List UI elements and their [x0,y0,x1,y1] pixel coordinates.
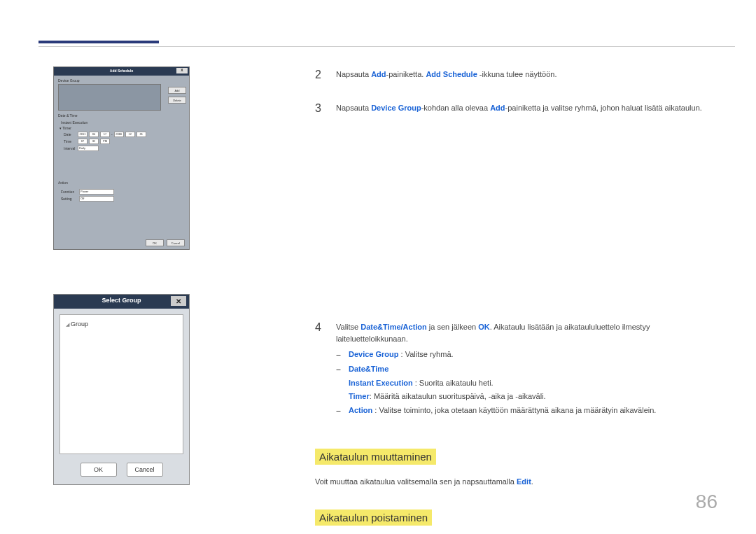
setting-select[interactable]: Off [79,196,114,202]
setting-row: Setting Off [58,196,189,202]
add-schedule-title: Add Schedule [110,69,133,73]
select-group-screenshot: Select Group ✕ Group OK Cancel [53,294,190,485]
list-sub-item: Instant Execution : Suorita aikataulu he… [349,377,718,389]
step-number: 4 [315,319,325,419]
function-row: Function Power [58,189,189,195]
date-d2[interactable]: 31 [136,132,146,137]
date-m1[interactable]: 04 [89,132,99,137]
close-button[interactable]: ✕ [171,296,186,306]
step-number: 3 [315,100,325,117]
timer-label: ▾ Timer [59,126,185,130]
step-number: 2 [315,66,325,83]
device-group-list [58,84,161,111]
list-sub-item: Timer: Määritä aikataulun suorituspäivä,… [349,391,718,402]
time-ampm[interactable]: PM [100,139,110,144]
date-time-label: Date & Time [54,111,189,120]
header-accent [38,41,159,43]
step-2: 2 Napsauta Add-painiketta. Add Schedule … [315,66,718,83]
close-button[interactable]: X [176,68,188,73]
delete-button[interactable]: Delete [168,97,186,104]
date-y2[interactable]: 2086 [114,132,124,137]
list-item: ‒Date&Time [336,363,718,375]
cancel-button[interactable]: Cancel [167,239,185,246]
ok-button[interactable]: OK [146,239,164,246]
step-3: 3 Napsauta Device Group-kohdan alla olev… [315,100,718,117]
add-schedule-titlebar: Add Schedule X [54,67,189,76]
modify-schedule-heading: Aikataulun muuttaminen [315,449,436,465]
interval-select[interactable]: Daily [78,146,99,151]
header-divider [38,46,735,47]
instructions-column: 2 Napsauta Add-painiketta. Add Schedule … [315,66,718,534]
time-row: Time 07 32 PM [64,139,185,144]
ok-button[interactable]: OK [80,463,117,477]
step-text: Valitse Date&Time/Action ja sen jälkeen … [336,319,718,419]
select-group-titlebar: Select Group ✕ [54,295,189,309]
group-tree: Group [59,314,183,454]
date-row: Date 2011 04 17 - 2086 12 31 [64,132,185,137]
time-m[interactable]: 32 [89,139,99,144]
group-tree-item[interactable]: Group [66,321,177,328]
delete-schedule-heading: Aikataulun poistaminen [315,510,432,526]
add-schedule-screenshot: Add Schedule X Device Group Add Delete D… [53,66,190,250]
step-4-sublist: ‒Device Group : Valitse ryhmä. ‒Date&Tim… [336,349,718,416]
action-label: Action [54,178,189,188]
time-h[interactable]: 07 [78,139,88,144]
list-item: ‒Device Group : Valitse ryhmä. [336,349,718,360]
add-button[interactable]: Add [168,87,186,94]
date-d1[interactable]: 17 [100,132,110,137]
date-m2[interactable]: 12 [125,132,135,137]
date-y1[interactable]: 2011 [78,132,88,137]
list-item: ‒Action : Valitse toiminto, joka otetaan… [336,405,718,416]
modify-schedule-text: Voit muuttaa aikataulua valitsemalla sen… [315,476,718,488]
step-text: Napsauta Add-painiketta. Add Schedule -i… [336,66,718,83]
step-4: 4 Valitse Date&Time/Action ja sen jälkee… [315,319,718,419]
select-group-title: Select Group [102,297,141,304]
function-select[interactable]: Power [79,189,114,195]
step-text: Napsauta Device Group-kohdan alla olevaa… [336,100,718,117]
close-icon: ✕ [176,297,181,305]
interval-row: Interval Daily [64,146,185,151]
device-group-label: Device Group [54,76,189,84]
close-icon: X [181,68,183,72]
cancel-button[interactable]: Cancel [127,463,163,477]
